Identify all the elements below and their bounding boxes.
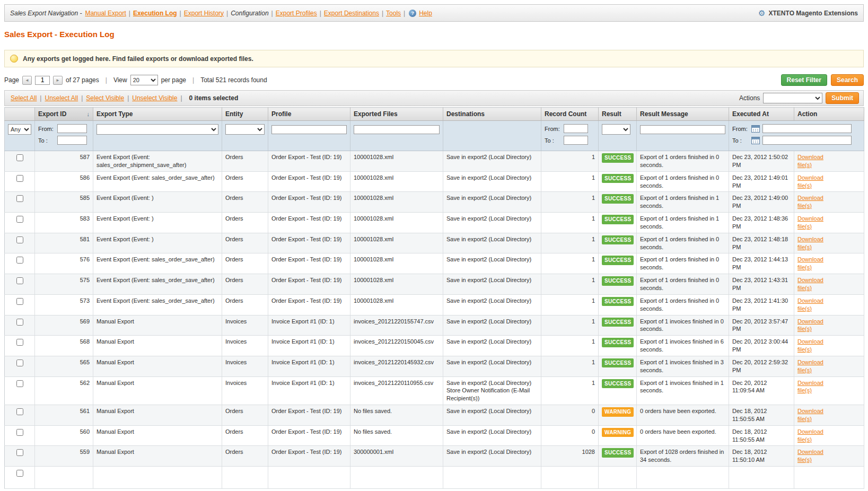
nav-link-export-history[interactable]: Export History bbox=[184, 10, 224, 17]
header-executed-at[interactable]: Executed At bbox=[729, 108, 794, 121]
download-files-link[interactable]: Download file(s) bbox=[797, 407, 830, 423]
filter-result-message-input[interactable] bbox=[640, 125, 725, 134]
row-checkbox[interactable] bbox=[16, 175, 23, 182]
previous-page-button[interactable]: ◄ bbox=[22, 76, 32, 85]
table-row[interactable]: 573 Event Export (Event: sales_order_sav… bbox=[5, 294, 864, 315]
cell-exported-files: 100001028.xml bbox=[350, 171, 443, 192]
actions-select[interactable] bbox=[763, 93, 822, 103]
row-checkbox[interactable] bbox=[16, 380, 23, 387]
nav-link-help[interactable]: Help bbox=[419, 10, 432, 17]
next-page-button[interactable]: ► bbox=[53, 76, 63, 85]
row-checkbox[interactable] bbox=[16, 236, 23, 243]
cell-record-count: 1028 bbox=[541, 446, 599, 467]
filter-executed-from-input[interactable] bbox=[762, 124, 852, 133]
header-export-id[interactable]: Export ID↓ bbox=[35, 108, 93, 121]
row-checkbox[interactable] bbox=[16, 470, 23, 477]
header-entity[interactable]: Entity bbox=[222, 108, 268, 121]
download-files-link[interactable]: Download file(s) bbox=[797, 338, 830, 354]
header-export-type[interactable]: Export Type bbox=[93, 108, 222, 121]
row-checkbox[interactable] bbox=[16, 429, 23, 436]
row-checkbox[interactable] bbox=[16, 339, 23, 346]
cell-checkbox bbox=[5, 151, 35, 172]
download-files-link[interactable]: Download file(s) bbox=[797, 318, 830, 334]
calendar-icon[interactable] bbox=[751, 125, 760, 133]
unselect-all-link[interactable]: Unselect All bbox=[45, 94, 78, 102]
header-profile[interactable]: Profile bbox=[268, 108, 350, 121]
row-checkbox[interactable] bbox=[16, 298, 23, 305]
filter-export-id-from-input[interactable] bbox=[57, 124, 87, 133]
table-row[interactable]: 576 Event Export (Event: sales_order_sav… bbox=[5, 253, 864, 274]
table-row[interactable]: 561 Manual Export Orders Order Export - … bbox=[5, 405, 864, 426]
nav-link-execution-log[interactable]: Execution Log bbox=[133, 10, 177, 17]
table-row[interactable]: 560 Manual Export Orders Order Export - … bbox=[5, 425, 864, 446]
table-row[interactable]: 583 Event Export (Event: ) Orders Order … bbox=[5, 213, 864, 233]
nav-link-tools[interactable]: Tools bbox=[386, 10, 401, 17]
table-row[interactable]: 559 Manual Export Orders Order Export - … bbox=[5, 446, 864, 467]
header-exported-files[interactable]: Exported Files bbox=[350, 108, 443, 121]
header-record-count[interactable]: Record Count bbox=[541, 108, 599, 121]
download-files-link[interactable]: Download file(s) bbox=[797, 256, 830, 271]
download-files-link[interactable]: Download file(s) bbox=[797, 358, 830, 374]
download-files-link[interactable]: Download file(s) bbox=[797, 276, 830, 292]
filter-entity-select[interactable] bbox=[225, 124, 265, 135]
unselect-visible-link[interactable]: Unselect Visible bbox=[132, 94, 177, 102]
per-page-select[interactable]: 20 bbox=[130, 75, 158, 85]
download-files-link[interactable]: Download file(s) bbox=[797, 428, 830, 444]
filter-export-type-select[interactable] bbox=[97, 124, 218, 135]
table-row[interactable]: 569 Manual Export Invoices Invoice Expor… bbox=[5, 315, 864, 336]
search-button[interactable]: Search bbox=[831, 74, 864, 86]
header-destinations[interactable]: Destinations bbox=[443, 108, 541, 121]
filter-record-count-to-input[interactable] bbox=[564, 136, 588, 145]
row-checkbox[interactable] bbox=[16, 277, 23, 284]
cell-checkbox bbox=[5, 253, 35, 274]
nav-link-export-profiles[interactable]: Export Profiles bbox=[276, 10, 317, 17]
nav-link-manual-export[interactable]: Manual Export bbox=[85, 10, 126, 17]
result-badge: SUCCESS bbox=[602, 338, 634, 347]
result-badge: WARNING bbox=[602, 407, 634, 417]
select-all-link[interactable]: Select All bbox=[11, 94, 37, 102]
download-files-link[interactable]: Download file(s) bbox=[797, 448, 830, 464]
row-checkbox[interactable] bbox=[16, 319, 23, 326]
page-number-input[interactable] bbox=[35, 76, 50, 85]
row-checkbox[interactable] bbox=[16, 408, 23, 415]
download-files-link[interactable]: Download file(s) bbox=[797, 174, 830, 190]
download-files-link[interactable]: Download file(s) bbox=[797, 235, 830, 251]
row-checkbox[interactable] bbox=[16, 257, 23, 264]
submit-button[interactable]: Submit bbox=[826, 92, 859, 104]
filter-cell-executed-at: From: To : bbox=[729, 121, 864, 151]
download-files-link[interactable]: Download file(s) bbox=[797, 153, 830, 169]
download-files-link[interactable]: Download file(s) bbox=[797, 297, 830, 313]
header-action[interactable]: Action bbox=[794, 108, 864, 121]
filter-export-id-to-input[interactable] bbox=[57, 136, 87, 145]
table-row[interactable] bbox=[5, 467, 864, 489]
header-result-message[interactable]: Result Message bbox=[637, 108, 729, 121]
row-checkbox[interactable] bbox=[16, 449, 23, 456]
reset-filter-button[interactable]: Reset Filter bbox=[781, 74, 827, 86]
download-files-link[interactable]: Download file(s) bbox=[797, 215, 830, 231]
row-checkbox[interactable] bbox=[16, 360, 23, 366]
filter-exported-files-input[interactable] bbox=[354, 125, 440, 134]
row-checkbox[interactable] bbox=[16, 216, 23, 223]
table-row[interactable]: 587 Event Export (Event: sales_order_shi… bbox=[5, 151, 864, 172]
filter-profile-input[interactable] bbox=[271, 125, 347, 134]
filter-result-select[interactable] bbox=[602, 124, 630, 135]
filter-record-count-from-input[interactable] bbox=[564, 124, 588, 133]
table-row[interactable]: 581 Event Export (Event: ) Orders Order … bbox=[5, 233, 864, 253]
select-visible-link[interactable]: Select Visible bbox=[86, 94, 124, 102]
table-row[interactable]: 586 Event Export (Event: sales_order_sav… bbox=[5, 171, 864, 192]
table-row[interactable]: 575 Event Export (Event: sales_order_sav… bbox=[5, 274, 864, 295]
calendar-icon[interactable] bbox=[751, 136, 760, 145]
download-files-link[interactable]: Download file(s) bbox=[797, 194, 830, 210]
row-checkbox[interactable] bbox=[16, 195, 23, 202]
download-files-link[interactable]: Download file(s) bbox=[797, 379, 830, 395]
table-row[interactable]: 585 Event Export (Event: ) Orders Order … bbox=[5, 192, 864, 213]
mass-select-mode-dropdown[interactable]: Any bbox=[8, 124, 31, 135]
table-row[interactable]: 565 Manual Export Invoices Invoice Expor… bbox=[5, 356, 864, 376]
cell-entity: Orders bbox=[222, 233, 268, 253]
filter-executed-to-input[interactable] bbox=[762, 136, 852, 145]
table-row[interactable]: 562 Manual Export Invoices Invoice Expor… bbox=[5, 376, 864, 405]
header-result[interactable]: Result bbox=[599, 108, 637, 121]
nav-link-export-destinations[interactable]: Export Destinations bbox=[324, 10, 379, 17]
row-checkbox[interactable] bbox=[16, 154, 23, 161]
table-row[interactable]: 568 Manual Export Invoices Invoice Expor… bbox=[5, 336, 864, 356]
